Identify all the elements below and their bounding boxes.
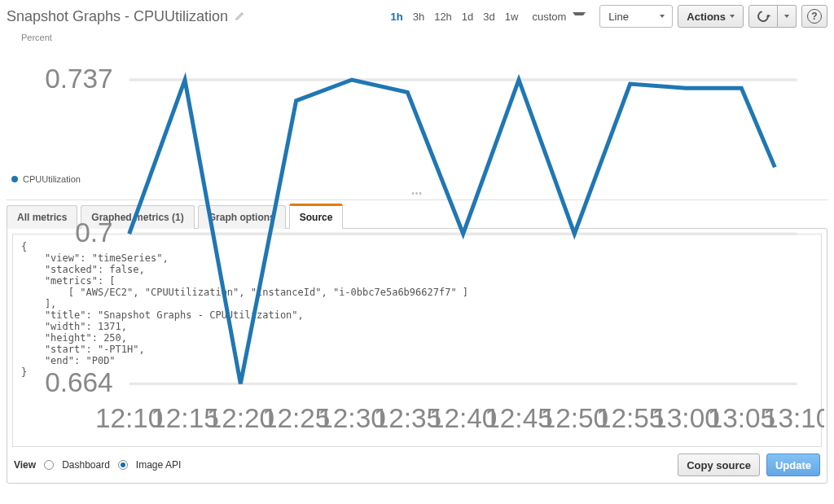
range-3d[interactable]: 3d	[479, 8, 498, 25]
refresh-button[interactable]	[748, 5, 778, 28]
range-custom-label: custom	[528, 8, 570, 25]
range-3h[interactable]: 3h	[409, 8, 428, 25]
chevron-down-icon	[730, 15, 735, 18]
chevron-down-icon	[660, 15, 665, 18]
actions-label: Actions	[687, 11, 726, 23]
view-label: View	[14, 459, 36, 471]
chevron-down-icon	[784, 15, 789, 18]
range-custom[interactable]: custom	[524, 6, 590, 28]
range-1w[interactable]: 1w	[501, 8, 523, 25]
chevron-down-icon	[573, 12, 586, 20]
line-chart[interactable]: 0.6640.70.73712:1012:1512:2012:2512:3012…	[10, 31, 824, 438]
actions-button[interactable]: Actions	[678, 5, 744, 28]
refresh-icon	[755, 8, 770, 24]
range-12h[interactable]: 12h	[430, 8, 456, 25]
svg-text:0.7: 0.7	[75, 217, 112, 248]
radio-dashboard-label: Dashboard	[62, 459, 110, 471]
chart-type-select[interactable]: Line	[599, 5, 673, 28]
radio-image-api-label: Image API	[136, 459, 181, 471]
edit-title-icon[interactable]	[235, 10, 246, 24]
update-button[interactable]: Update	[766, 454, 820, 476]
help-icon: ?	[807, 9, 822, 24]
svg-text:0.737: 0.737	[45, 64, 112, 94]
help-button[interactable]: ?	[801, 5, 827, 28]
radio-image-api[interactable]	[118, 460, 128, 470]
range-1h[interactable]: 1h	[387, 8, 407, 25]
refresh-interval-button[interactable]	[778, 5, 797, 28]
copy-source-button[interactable]: Copy source	[678, 454, 760, 476]
time-range-picker: 1h 3h 12h 1d 3d 1w custom	[387, 6, 590, 28]
chart-type-value: Line	[608, 11, 629, 23]
page-title: Snapshot Graphs - CPUUtilization	[7, 8, 228, 25]
chart-area: Percent 0.6640.70.73712:1012:1512:2012:2…	[10, 31, 824, 169]
svg-text:13:10: 13:10	[763, 403, 824, 433]
radio-dashboard[interactable]	[44, 460, 54, 470]
range-1d[interactable]: 1d	[458, 8, 477, 25]
svg-text:0.664: 0.664	[45, 367, 112, 397]
